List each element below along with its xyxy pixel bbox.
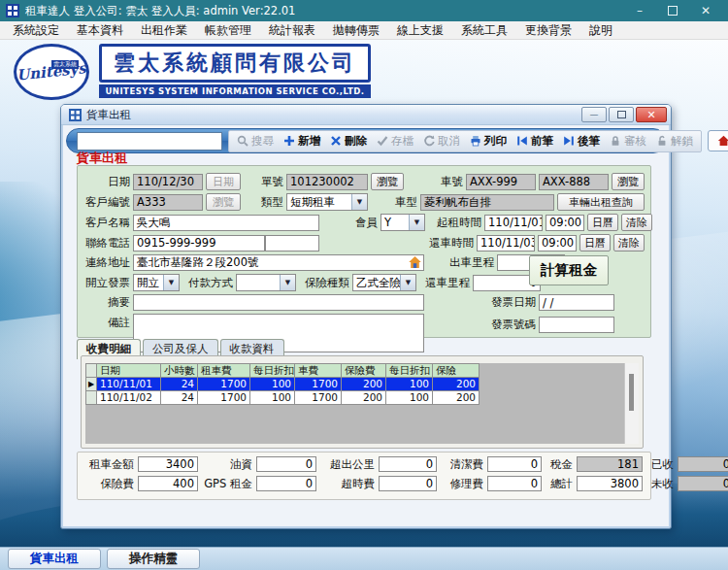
- over-km-field[interactable]: 0: [379, 456, 437, 472]
- date-picker-button[interactable]: 日期: [206, 173, 241, 190]
- menu-system-tools[interactable]: 系統工具: [452, 22, 516, 39]
- return-calendar-button[interactable]: 日曆: [579, 234, 611, 251]
- date-field[interactable]: 110/12/30: [133, 174, 203, 190]
- start-calendar-button[interactable]: 日曆: [587, 214, 618, 231]
- repair-field[interactable]: 0: [487, 476, 542, 491]
- table-row[interactable]: ▶ 110/11/01 24 1700 100 1700 200 100 200: [86, 378, 480, 391]
- customer-no-label: 客戶編號: [85, 195, 130, 210]
- taskbar-item-truck-rental[interactable]: 貨車出租: [8, 549, 101, 569]
- chevron-down-icon[interactable]: ▼: [280, 275, 295, 290]
- search-button[interactable]: 搜尋: [232, 131, 279, 151]
- scrollbar-thumb[interactable]: [629, 374, 634, 411]
- address-field[interactable]: 臺北市基隆路２段200號: [133, 254, 424, 271]
- map-home-icon[interactable]: [408, 255, 422, 269]
- chevron-down-icon[interactable]: ▼: [409, 215, 424, 230]
- over-km-label: 超出公里: [320, 457, 375, 472]
- company-name-en: UNITESYS SYSTEM INFORMATION SERVICE CO.,…: [99, 84, 371, 98]
- invoice-date-field[interactable]: / /: [539, 294, 614, 311]
- printer-icon: [470, 135, 481, 147]
- payment-dropdown[interactable]: ▼: [236, 274, 296, 291]
- minimize-icon[interactable]: –: [623, 0, 656, 21]
- start-time-label: 起租時間: [431, 216, 481, 230]
- home-button[interactable]: 首頁: [708, 130, 728, 151]
- start-date-field[interactable]: 110/11/01: [484, 215, 543, 231]
- return-time-field[interactable]: 09:00: [538, 235, 577, 251]
- taskbar-item-wizard[interactable]: 操作精靈: [107, 549, 200, 569]
- invoice-issue-dropdown[interactable]: 開立 ▼: [133, 274, 180, 291]
- type-dropdown[interactable]: 短期租車 ▼: [286, 193, 368, 211]
- menu-vouchers[interactable]: 拋轉傳票: [324, 22, 388, 39]
- menu-accounts[interactable]: 帳款管理: [196, 22, 260, 39]
- col-hours: 小時數: [161, 364, 198, 378]
- delete-button[interactable]: 刪除: [325, 131, 372, 151]
- col-date: 日期: [97, 364, 161, 378]
- menu-basic-data[interactable]: 基本資料: [68, 22, 132, 39]
- plate2-field[interactable]: AXX-888: [539, 174, 609, 190]
- table-scrollbar[interactable]: [624, 363, 639, 444]
- next-record-button[interactable]: 後筆: [558, 131, 605, 151]
- insurance-fee-field[interactable]: 400: [138, 476, 198, 491]
- maximize-icon[interactable]: [656, 0, 689, 21]
- previous-record-button[interactable]: 前筆: [512, 131, 558, 151]
- insurance-type-dropdown[interactable]: 乙式全險 ▼: [352, 274, 416, 291]
- menu-system-settings[interactable]: 系統設定: [4, 22, 68, 39]
- child-minimize-icon[interactable]: —: [581, 107, 607, 122]
- print-button[interactable]: 列印: [465, 131, 512, 151]
- search-input[interactable]: [77, 132, 222, 151]
- customer-name-field[interactable]: 吳大鳴: [133, 215, 319, 231]
- chevron-down-icon[interactable]: ▼: [163, 275, 179, 290]
- col-daily-discount2: 每日折扣: [386, 364, 433, 378]
- customer-browse-button[interactable]: 瀏覽: [206, 193, 241, 211]
- grid-header-row: 日期 小時數 租車費 每日折扣 車費 保險費 每日折扣 保險: [86, 364, 480, 378]
- plate-browse-button[interactable]: 瀏覽: [612, 173, 645, 190]
- calculate-rent-button[interactable]: 計算租金: [529, 255, 609, 285]
- payment-label: 付款方式: [182, 276, 233, 290]
- chevron-down-icon[interactable]: ▼: [400, 275, 415, 290]
- child-close-icon[interactable]: ✕: [636, 107, 667, 122]
- phone-field[interactable]: 0915-999-999: [133, 235, 265, 251]
- menu-change-background[interactable]: 更換背景: [516, 22, 580, 39]
- return-clear-button[interactable]: 清除: [613, 234, 645, 251]
- table-row[interactable]: 110/11/02 24 1700 100 1700 200 100 200: [86, 391, 480, 405]
- member-label: 會員: [348, 216, 378, 230]
- return-date-field[interactable]: 110/11/03: [477, 235, 535, 251]
- child-maximize-icon[interactable]: [609, 107, 634, 122]
- fuel-field[interactable]: 0: [256, 456, 316, 472]
- start-clear-button[interactable]: 清除: [621, 214, 652, 231]
- add-button[interactable]: 新增: [279, 131, 325, 151]
- next-icon: [563, 135, 575, 147]
- member-dropdown[interactable]: Y ▼: [381, 214, 425, 231]
- unlock-button[interactable]: 解鎖: [651, 131, 698, 151]
- start-time-field[interactable]: 09:00: [546, 215, 584, 231]
- cancel-button[interactable]: 取消: [418, 131, 465, 151]
- vehicle-rental-query-button[interactable]: 車輛出租查詢: [557, 193, 645, 211]
- menu-online-support[interactable]: 線上支援: [388, 22, 452, 39]
- return-mileage-label: 還車里程: [419, 276, 470, 290]
- window-title: 租車達人 登入公司: 雲太 登入人員: admin Ver:22.01: [25, 4, 295, 18]
- form-row-3: 客戶名稱 吳大鳴 會員 Y ▼ 起租時間 110/11/01 09:00 日曆 …: [85, 214, 645, 231]
- model-field[interactable]: 菱利帆布自排: [420, 194, 554, 211]
- memo-field[interactable]: [133, 294, 424, 311]
- order-no-field[interactable]: 101230002: [286, 174, 368, 190]
- total-field[interactable]: 3800: [577, 476, 643, 491]
- menu-reports[interactable]: 統計報表: [260, 22, 324, 39]
- order-browse-button[interactable]: 瀏覽: [371, 173, 404, 190]
- plate1-field[interactable]: AXX-999: [466, 174, 536, 190]
- menu-help[interactable]: 說明: [580, 22, 621, 39]
- menu-rental-ops[interactable]: 出租作業: [132, 22, 196, 39]
- repair-label: 修理費: [441, 477, 483, 491]
- cleaning-field[interactable]: 0: [487, 456, 542, 472]
- chevron-down-icon[interactable]: ▼: [351, 194, 367, 210]
- phone-ext-field[interactable]: [265, 235, 319, 251]
- invoice-no-field[interactable]: [539, 317, 614, 333]
- child-titlebar: 貨車出租 — ✕: [61, 105, 671, 125]
- rent-amount-field[interactable]: 3400: [138, 456, 198, 472]
- save-button[interactable]: 存檔: [372, 131, 418, 151]
- audit-button[interactable]: 審核: [605, 131, 651, 151]
- customer-no-field[interactable]: A333: [133, 194, 203, 211]
- gps-rent-field[interactable]: 0: [256, 476, 316, 491]
- menu-bar: 系統設定 基本資料 出租作業 帳款管理 統計報表 拋轉傳票 線上支援 系統工具 …: [0, 21, 728, 40]
- bottom-taskbar: 貨車出租 操作精靈: [0, 547, 728, 570]
- close-icon[interactable]: ✕: [689, 0, 722, 21]
- overtime-field[interactable]: 0: [379, 476, 437, 491]
